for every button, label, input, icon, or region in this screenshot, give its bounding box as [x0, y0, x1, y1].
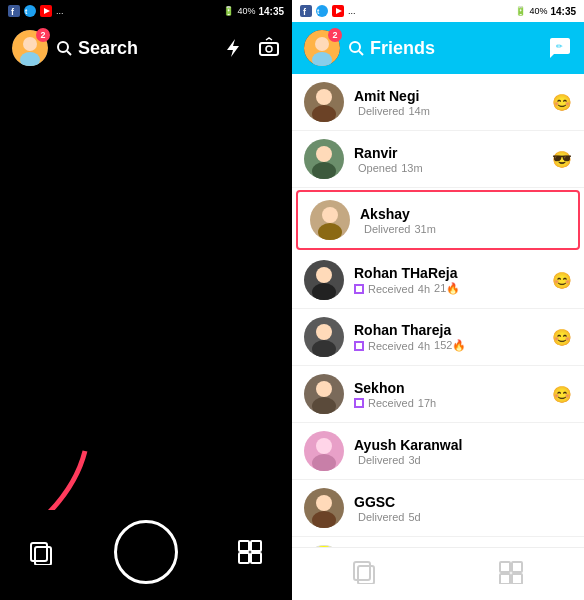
- new-chat-icon[interactable]: ✏: [548, 36, 572, 60]
- friend-status-ranvir: Opened 13m: [354, 162, 552, 174]
- status-text-akshay: Delivered: [364, 223, 410, 235]
- svg-point-38: [318, 223, 342, 240]
- left-status-right: 🔋 40% 14:35: [223, 6, 284, 17]
- status-text-sekhon: Received: [368, 397, 414, 409]
- discover-nav-left[interactable]: [237, 539, 263, 565]
- svg-rect-56: [512, 562, 522, 572]
- time-ayush: 3d: [408, 454, 420, 466]
- friend-name-akshay: Akshay: [360, 206, 566, 222]
- friend-info-akshay: Akshay Delivered 31m: [360, 206, 566, 235]
- stories-nav-left[interactable]: [29, 539, 55, 565]
- fb-icon: f: [8, 5, 20, 17]
- search-label[interactable]: Search: [56, 38, 138, 59]
- friends-title: Friends: [370, 38, 435, 59]
- friend-name-sekhon: Sekhon: [354, 380, 552, 396]
- more-icons-right: ...: [348, 6, 356, 16]
- friend-item-team-snapchat[interactable]: Team Snapchat 📷 Screenshotted 6d: [292, 537, 584, 547]
- friend-status-akshay: Delivered 31m: [360, 223, 566, 235]
- friend-info-ayush: Ayush Karanwal Delivered 3d: [354, 437, 572, 466]
- right-panel: f t ... 🔋 40% 14:35 2: [292, 0, 584, 600]
- yt-icon: [40, 5, 52, 17]
- svg-rect-20: [251, 553, 261, 563]
- svg-point-47: [316, 495, 332, 511]
- svg-rect-15: [31, 543, 47, 561]
- tw-icon: t: [24, 5, 36, 17]
- left-header: 2 Search: [0, 22, 292, 74]
- search-text: Search: [78, 38, 138, 59]
- svg-point-7: [23, 37, 37, 51]
- tw-icon-right: t: [316, 5, 328, 17]
- search-icon-left: [56, 40, 72, 56]
- right-bottom-bar: [292, 547, 584, 600]
- svg-point-42: [312, 340, 336, 357]
- svg-point-39: [316, 267, 332, 283]
- left-header-left: 2 Search: [12, 30, 138, 66]
- right-user-avatar-container[interactable]: 2: [304, 30, 340, 66]
- received-arrow-rohan1: [354, 284, 364, 294]
- stories-icon: [29, 539, 55, 565]
- friend-name-amit-negi: Amit Negi: [354, 88, 552, 104]
- streak-rohan2: 152🔥: [434, 339, 466, 352]
- svg-text:✏: ✏: [556, 42, 563, 51]
- friend-item-ranvir[interactable]: Ranvir Opened 13m 😎: [292, 131, 584, 188]
- friend-item-rohan-thareja2[interactable]: Rohan Thareja Received 4h 152🔥 😊: [292, 309, 584, 366]
- streak-rohan1: 21🔥: [434, 282, 460, 295]
- friend-status-amit-negi: Delivered 14m: [354, 105, 552, 117]
- avatar-rohan1: [304, 260, 344, 300]
- friend-item-amit-negi[interactable]: Amit Negi Delivered 14m 😊: [292, 74, 584, 131]
- time-sekhon: 17h: [418, 397, 436, 409]
- right-status-left: f t ...: [300, 5, 356, 17]
- friend-name-ranvir: Ranvir: [354, 145, 552, 161]
- svg-rect-16: [35, 547, 51, 565]
- friend-item-ggsc[interactable]: GGSC Delivered 5d: [292, 480, 584, 537]
- left-status-bar: f t ... 🔋 40% 14:35: [0, 0, 292, 22]
- battery-percent-right: 40%: [529, 6, 547, 16]
- svg-rect-53: [354, 562, 370, 580]
- chat-nav-right[interactable]: [498, 558, 524, 584]
- battery-percent-left: 40%: [237, 6, 255, 16]
- left-status-icons: f t ...: [8, 5, 64, 17]
- user-avatar-container[interactable]: 2: [12, 30, 48, 66]
- friend-info-ggsc: GGSC Delivered 5d: [354, 494, 572, 523]
- friend-status-rohan2: Received 4h 152🔥: [354, 339, 552, 352]
- friend-item-akshay[interactable]: Akshay Delivered 31m: [296, 190, 580, 250]
- svg-point-13: [266, 46, 272, 52]
- svg-point-30: [350, 42, 360, 52]
- friend-status-sekhon: Received 17h: [354, 397, 552, 409]
- stories-nav-right[interactable]: [352, 558, 378, 584]
- capture-button[interactable]: [114, 520, 178, 584]
- avatar-sekhon: [304, 374, 344, 414]
- right-header-left: 2 Friends: [304, 30, 435, 66]
- friend-item-ayush[interactable]: Ayush Karanwal Delivered 3d: [292, 423, 584, 480]
- svg-rect-58: [512, 574, 522, 584]
- battery-icon-left: 🔋: [223, 6, 234, 16]
- svg-rect-19: [239, 553, 249, 563]
- friend-item-sekhon[interactable]: Sekhon Received 17h 😊: [292, 366, 584, 423]
- svg-rect-18: [251, 541, 261, 551]
- friend-item-rohan-thareja1[interactable]: Rohan THaReja Received 4h 21🔥 😊: [292, 252, 584, 309]
- status-text-ggsc: Delivered: [358, 511, 404, 523]
- right-status-bar: f t ... 🔋 40% 14:35: [292, 0, 584, 22]
- friend-info-rohan1: Rohan THaReja Received 4h 21🔥: [354, 265, 552, 295]
- right-status-right: 🔋 40% 14:35: [515, 6, 576, 17]
- friend-status-ggsc: Delivered 5d: [354, 511, 572, 523]
- svg-rect-57: [500, 574, 510, 584]
- rotate-camera-icon[interactable]: [258, 37, 280, 59]
- flash-icon[interactable]: [222, 37, 244, 59]
- search-icon-right: [348, 40, 364, 56]
- friend-status-ayush: Delivered 3d: [354, 454, 572, 466]
- avatar-amit-negi: [304, 82, 344, 122]
- emoji-rohan2: 😊: [552, 328, 572, 347]
- yt-icon-right: [332, 5, 344, 17]
- time-ggsc: 5d: [408, 511, 420, 523]
- time-right: 14:35: [550, 6, 576, 17]
- avatar-ggsc: [304, 488, 344, 528]
- svg-point-36: [312, 162, 336, 179]
- svg-point-48: [312, 511, 336, 528]
- friends-search-area[interactable]: Friends: [348, 38, 435, 59]
- time-rohan1: 4h: [418, 283, 430, 295]
- svg-point-45: [316, 438, 332, 454]
- friend-name-ggsc: GGSC: [354, 494, 572, 510]
- notification-badge: 2: [36, 28, 50, 42]
- svg-rect-21: [300, 5, 312, 17]
